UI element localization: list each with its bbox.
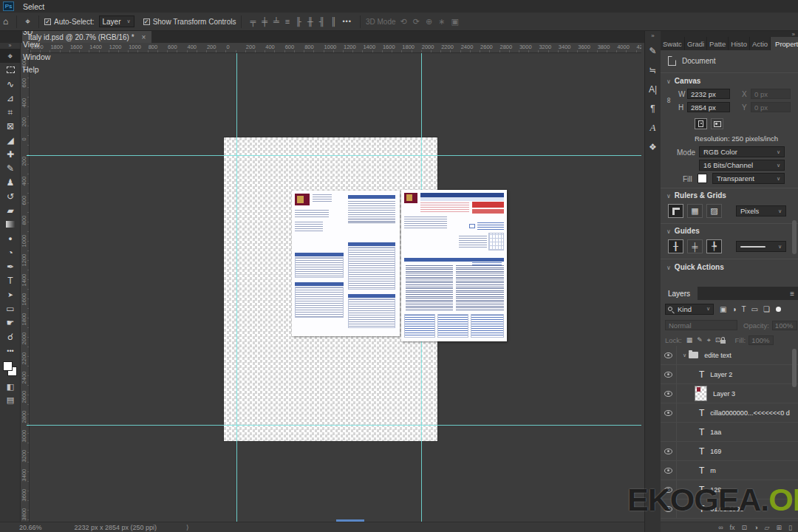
layer-name[interactable]: Layer 2 bbox=[710, 371, 732, 378]
home-icon[interactable]: ⌂ bbox=[0, 16, 11, 27]
filter-shape-layers-icon[interactable]: ▭ bbox=[751, 305, 758, 313]
lock-transparency-icon[interactable]: ▦ bbox=[686, 336, 693, 344]
layers-menu-icon[interactable]: ≡ bbox=[786, 287, 798, 300]
status-arrow-icon[interactable]: ⟩ bbox=[186, 524, 189, 531]
horizontal-scrollbar-thumb[interactable] bbox=[336, 519, 364, 522]
screen-mode-button[interactable]: ▤ bbox=[0, 393, 21, 406]
layer-name[interactable]: 1aa bbox=[710, 429, 721, 436]
layers-scrollbar-thumb[interactable] bbox=[792, 349, 797, 387]
color-swatches[interactable] bbox=[0, 361, 21, 380]
panel-tab[interactable]: Patte bbox=[707, 37, 729, 50]
more-tools[interactable]: ••• bbox=[0, 344, 21, 358]
group-twisty-icon[interactable]: ∨ bbox=[683, 352, 686, 358]
align-right-icon[interactable]: ╢ bbox=[316, 17, 328, 26]
layer-name[interactable]: cilla0000000...<<<<<<<0 d bbox=[710, 409, 789, 417]
panel-tab[interactable]: Histo bbox=[729, 37, 750, 50]
lock-artboard-icon[interactable]: ⊡ bbox=[715, 336, 721, 344]
document-preview-page-2[interactable] bbox=[401, 190, 507, 341]
link-dimensions-icon[interactable]: ∞ bbox=[665, 98, 674, 103]
dodge-tool[interactable]: ◔ bbox=[0, 245, 21, 259]
layer-visibility-toggle[interactable] bbox=[661, 403, 677, 423]
frame-tool[interactable]: ⊠ bbox=[0, 119, 21, 133]
layer-visibility-toggle[interactable] bbox=[661, 442, 677, 461]
lasso-tool[interactable]: ∿ bbox=[0, 77, 21, 91]
align-top-icon[interactable]: ╤ bbox=[247, 17, 259, 26]
bit-depth-dropdown[interactable]: 16 Bits/Channel bbox=[699, 160, 785, 171]
fill-dropdown[interactable]: Transparent bbox=[712, 173, 785, 184]
new-layer-icon[interactable]: ⊞ bbox=[777, 524, 782, 531]
clone-stamp-tool[interactable]: ♟ bbox=[0, 175, 21, 189]
filter-adjustment-layers-icon[interactable]: ◑ bbox=[732, 305, 736, 313]
adjustment-layer-icon[interactable]: ◑ bbox=[754, 524, 757, 531]
pen-tool[interactable]: ✒ bbox=[0, 259, 21, 273]
layer-row[interactable]: ∨ T 1aa bbox=[661, 423, 798, 442]
toggle-guides-button[interactable]: ╂ bbox=[668, 239, 683, 253]
align-vertical-centers-icon[interactable]: ╪ bbox=[259, 17, 270, 26]
delete-layer-icon[interactable]: ▯ bbox=[788, 524, 792, 531]
auto-select-checkbox[interactable]: ✓ bbox=[44, 18, 51, 25]
color-mode-dropdown[interactable]: RGB Color bbox=[699, 146, 785, 157]
panel-tab[interactable]: Gradi bbox=[685, 37, 707, 50]
canvas-width-field[interactable]: 2232 px bbox=[687, 89, 730, 99]
canvas-height-field[interactable]: 2854 px bbox=[687, 102, 730, 112]
layer-visibility-toggle[interactable] bbox=[661, 365, 677, 384]
orientation-landscape-button[interactable] bbox=[711, 118, 723, 129]
horizontal-guide[interactable] bbox=[30, 155, 641, 156]
guides-section-header[interactable]: ∨Guides bbox=[666, 227, 700, 235]
layer-visibility-toggle[interactable] bbox=[661, 384, 677, 403]
zoom-level[interactable]: 20.66% bbox=[19, 524, 42, 531]
fill-swatch[interactable] bbox=[698, 174, 707, 183]
lock-guides-button[interactable]: ╪ bbox=[687, 239, 703, 253]
canvas-section-header[interactable]: ∨Canvas bbox=[666, 77, 700, 85]
foreground-color-swatch[interactable] bbox=[3, 361, 13, 371]
layer-visibility-toggle[interactable] bbox=[661, 346, 677, 365]
layer-row[interactable]: ∨ T cilla0000000...<<<<<<<0 d bbox=[661, 403, 798, 423]
paragraph-panel-icon[interactable]: ¶ bbox=[645, 99, 661, 118]
panel-tab[interactable]: Actio bbox=[750, 37, 771, 50]
snap-guides-button[interactable]: ╄ bbox=[706, 239, 722, 253]
zoom-tool[interactable]: ☌ bbox=[0, 330, 21, 344]
toggle-rulers-button[interactable] bbox=[668, 204, 683, 218]
menu-item[interactable]: Help bbox=[18, 63, 55, 75]
eyedropper-tool[interactable]: ◢ bbox=[0, 133, 21, 147]
close-tab-icon[interactable]: × bbox=[142, 33, 146, 41]
menu-item[interactable]: View bbox=[18, 38, 55, 50]
lock-all-icon[interactable] bbox=[720, 340, 726, 344]
canvas-work-area[interactable]: 2000180016001400120010008006004002000200… bbox=[30, 43, 641, 522]
horizontal-guide[interactable] bbox=[30, 425, 641, 426]
layer-row[interactable]: ∨ T Layer 2 bbox=[661, 365, 798, 384]
align-bottom-icon[interactable]: ╧ bbox=[270, 17, 282, 26]
layers-tab[interactable]: Layers bbox=[661, 287, 698, 300]
rulers-grids-section-header[interactable]: ∨Rulers & Grids bbox=[666, 191, 726, 200]
panel-tab[interactable]: Swatc bbox=[661, 37, 685, 50]
vertical-ruler[interactable]: 8006004002000200400600800100012001400160… bbox=[21, 43, 30, 522]
object-selection-tool[interactable]: ⊿ bbox=[0, 91, 21, 105]
blur-tool[interactable]: ● bbox=[0, 231, 21, 245]
character-panel-icon[interactable]: A| bbox=[645, 80, 661, 99]
quick-mask-button[interactable]: ◧ bbox=[0, 380, 21, 393]
layer-row[interactable]: ∨ T m bbox=[661, 461, 798, 480]
filter-type-layers-icon[interactable]: T bbox=[742, 305, 746, 313]
menu-item[interactable]: Select bbox=[18, 0, 55, 13]
layer-effects-icon[interactable]: fx bbox=[730, 524, 735, 531]
brush-settings-panel-icon[interactable]: ✎ bbox=[645, 41, 661, 61]
layer-filter-toggle-icon[interactable] bbox=[776, 307, 781, 312]
distribute-vertical-icon[interactable]: ≡ bbox=[282, 17, 293, 26]
toggle-pixel-grid-button[interactable]: ▨ bbox=[706, 204, 722, 218]
rectangle-tool[interactable]: ▭ bbox=[0, 301, 21, 316]
toolbar-collapse-icon[interactable]: » bbox=[0, 43, 20, 49]
layer-name[interactable]: m bbox=[710, 467, 716, 474]
menu-item[interactable]: Window bbox=[18, 50, 55, 63]
layer-filter-kind-dropdown[interactable]: Kind bbox=[665, 304, 714, 315]
layer-mask-icon[interactable]: ⊡ bbox=[742, 524, 748, 531]
eraser-tool[interactable]: ▰ bbox=[0, 203, 21, 217]
panel-tab[interactable]: Properties bbox=[771, 37, 798, 50]
libraries-panel-icon[interactable]: ❖ bbox=[645, 137, 661, 157]
filter-smart-objects-icon[interactable]: ❏ bbox=[763, 305, 770, 313]
document-preview-page-1[interactable] bbox=[292, 191, 400, 336]
glyphs-panel-icon[interactable]: A bbox=[645, 118, 661, 137]
orientation-portrait-button[interactable] bbox=[695, 118, 707, 129]
layer-name[interactable]: Layer 3 bbox=[713, 390, 735, 398]
layer-row[interactable]: ∨ T 169 bbox=[661, 442, 798, 461]
align-left-icon[interactable]: ╟ bbox=[293, 17, 304, 26]
